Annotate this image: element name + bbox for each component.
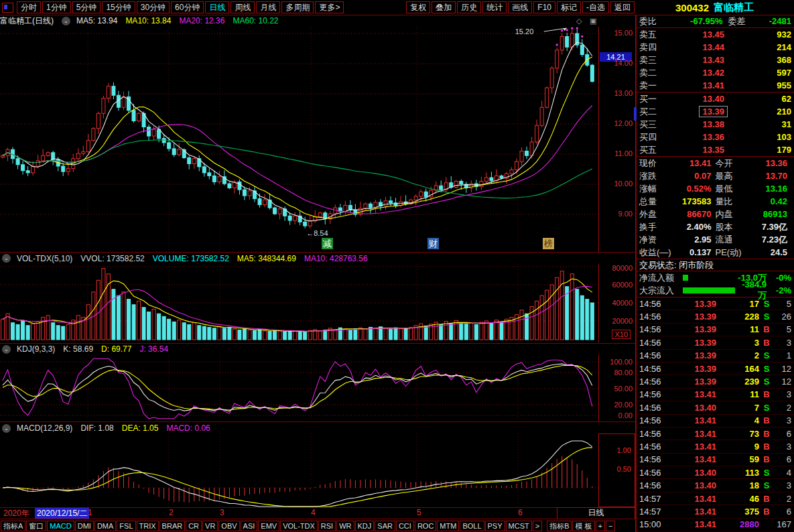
tick-volume: 11 <box>732 389 759 399</box>
indicator-tab-MACD[interactable]: MACD <box>47 521 74 531</box>
quote-label: 最高 <box>716 170 750 182</box>
tick-row[interactable]: 14:5713.4146B2 <box>637 492 794 505</box>
indicator-tab-EMV[interactable]: EMV <box>258 521 279 531</box>
menu-item-画线[interactable]: 画线 <box>508 1 532 13</box>
sell-row[interactable]: 卖一13.41955 <box>637 79 794 92</box>
tick-row[interactable]: 14:5613.392S1 <box>637 350 794 362</box>
quote-value: 173583 <box>674 196 716 206</box>
indicator-tab-DMI[interactable]: DMI <box>75 521 94 531</box>
selected-date-label[interactable]: 2020/12/15/二 <box>35 508 89 519</box>
quote-label: 换手 <box>639 221 674 233</box>
collapse-chevron-icon[interactable]: ⌄ <box>2 345 11 354</box>
indicator-tab->[interactable]: > <box>533 521 542 531</box>
tick-row[interactable]: 14:5613.3911B5 <box>637 324 794 336</box>
tick-row[interactable]: 14:5713.41375B6 <box>637 505 794 518</box>
kdj-chart[interactable] <box>0 354 598 421</box>
indicator-tab-VOL-TDX[interactable]: VOL-TDX <box>280 521 318 531</box>
collapse-chevron-icon[interactable]: ⌄ <box>2 424 11 433</box>
menu-item-复权[interactable]: 复权 <box>406 1 430 13</box>
indicator-tab-TRIX[interactable]: TRIX <box>137 521 159 531</box>
tick-row[interactable]: 14:5613.419B3 <box>637 440 794 453</box>
macd-chart[interactable] <box>0 434 598 507</box>
tick-row[interactable]: 14:5613.40113S4 <box>637 466 794 479</box>
indicator-tab-−[interactable]: − <box>606 521 615 531</box>
scroll-indicator[interactable] <box>634 107 637 121</box>
menu-item-30分钟[interactable]: 30分钟 <box>137 1 170 13</box>
menu-item-分时[interactable]: 分时 <box>17 1 41 13</box>
menu-item-15分钟[interactable]: 15分钟 <box>102 1 135 13</box>
indicator-tab-PSY[interactable]: PSY <box>485 521 505 531</box>
indicator-tab-RSI[interactable]: RSI <box>318 521 336 531</box>
menu-item-叠加[interactable]: 叠加 <box>432 1 456 13</box>
tick-row[interactable]: 14:5613.39239S12 <box>637 375 794 388</box>
tick-row[interactable]: 15:0013.412880167 <box>637 519 794 531</box>
indicator-tab-窗口[interactable]: 窗口 <box>26 521 46 531</box>
indicator-tab-KDJ[interactable]: KDJ <box>355 521 375 531</box>
menu-item-日线[interactable]: 日线 <box>205 1 229 13</box>
menu-item-周线[interactable]: 周线 <box>230 1 255 13</box>
indicator-tab-ROC[interactable]: ROC <box>415 521 436 531</box>
volume-chart[interactable] <box>0 264 598 342</box>
indicator-tab-指标B[interactable]: 指标B <box>547 521 572 531</box>
menu-item-1分钟[interactable]: 1分钟 <box>42 1 71 13</box>
sell-row[interactable]: 卖二13.42597 <box>637 66 794 79</box>
buy-row[interactable]: 买二13.39210 <box>637 105 794 118</box>
indicator-tab-MCST[interactable]: MCST <box>506 521 532 531</box>
collapse-chevron-icon[interactable]: ⌄ <box>2 254 11 263</box>
indicator-tab-BOLL[interactable]: BOLL <box>460 521 484 531</box>
tick-row[interactable]: 14:5613.414B3 <box>637 415 794 427</box>
indicator-tab-FSL[interactable]: FSL <box>117 521 135 531</box>
buy-row[interactable]: 买三13.3831 <box>637 118 794 131</box>
buy-row[interactable]: 买五13.35179 <box>637 143 794 156</box>
menu-item-5分钟[interactable]: 5分钟 <box>72 1 101 13</box>
indicator-tab-VR[interactable]: VR <box>202 521 218 531</box>
menu-item-60分钟[interactable]: 60分钟 <box>171 1 204 13</box>
tick-row[interactable]: 14:5613.4159B6 <box>637 454 794 466</box>
menu-item-历史[interactable]: 历史 <box>457 1 481 13</box>
tick-row[interactable]: 14:5613.39228S26 <box>637 310 794 323</box>
indicator-tab-指标A[interactable]: 指标A <box>1 521 25 531</box>
indicator-tab-+[interactable]: + <box>596 521 605 531</box>
layout-window-icon[interactable] <box>2 3 13 13</box>
indicator-tab-DMA[interactable]: DMA <box>94 521 116 531</box>
buy-row[interactable]: 买一13.4062 <box>637 92 794 105</box>
menu-item-统计[interactable]: 统计 <box>482 1 507 13</box>
top-menu-bar: 分时1分钟5分钟15分钟30分钟60分钟日线周线月线多周期更多> 复权叠加历史统… <box>0 0 635 15</box>
indicator-tab-CCI[interactable]: CCI <box>396 521 414 531</box>
indicator-tab-MTM[interactable]: MTM <box>437 521 459 531</box>
indicator-tab-SAR[interactable]: SAR <box>375 521 395 531</box>
tick-row[interactable]: 14:5613.4173B6 <box>637 427 794 440</box>
indicator-tab-ASI[interactable]: ASI <box>241 521 258 531</box>
level-label: 买一 <box>639 93 677 105</box>
sell-row[interactable]: 卖三13.43368 <box>637 54 794 66</box>
tick-row[interactable]: 14:5613.4111B3 <box>637 389 794 401</box>
indicator-tab-BRAR[interactable]: BRAR <box>159 521 186 531</box>
sell-row[interactable]: 卖四13.44214 <box>637 41 794 54</box>
tick-row[interactable]: 14:5613.39164S12 <box>637 362 794 375</box>
indicator-tab-CR[interactable]: CR <box>186 521 202 531</box>
tick-row[interactable]: 14:5613.4018S3 <box>637 479 794 492</box>
level-price: 13.36 <box>677 132 750 142</box>
menu-item--自选[interactable]: -自选 <box>582 1 609 13</box>
indicator-tab-模 板[interactable]: 模 板 <box>572 521 594 531</box>
menu-item-标记[interactable]: 标记 <box>557 1 581 13</box>
collapse-chevron-icon[interactable]: ⌄ <box>62 17 70 25</box>
menu-item-更多>[interactable]: 更多> <box>315 1 344 13</box>
indicator-tab-WR[interactable]: WR <box>336 521 354 531</box>
buy-row[interactable]: 买四13.36103 <box>637 131 794 143</box>
menu-item-月线[interactable]: 月线 <box>256 1 280 13</box>
main-candlestick-chart[interactable]: 15.20←8.54 <box>0 27 598 252</box>
tick-side: S <box>759 312 774 322</box>
menu-item-多周期[interactable]: 多周期 <box>281 1 314 13</box>
diamond-marker-icon[interactable]: ◇ <box>576 17 582 25</box>
indicator-tab-OBV[interactable]: OBV <box>218 521 239 531</box>
sell-row[interactable]: 卖五13.45932 <box>637 28 794 41</box>
menu-item-F10[interactable]: F10 <box>533 1 555 13</box>
side-panel-icon[interactable]: ▣ <box>590 17 596 25</box>
period-indicator[interactable]: 日线 <box>557 507 635 519</box>
tick-row[interactable]: 14:5613.407S2 <box>637 401 794 414</box>
tick-count: 4 <box>774 468 791 478</box>
menu-item-返回[interactable]: 返回 <box>610 1 635 13</box>
tick-row[interactable]: 14:5613.3917S5 <box>637 297 794 310</box>
tick-row[interactable]: 14:5613.393B3 <box>637 336 794 349</box>
